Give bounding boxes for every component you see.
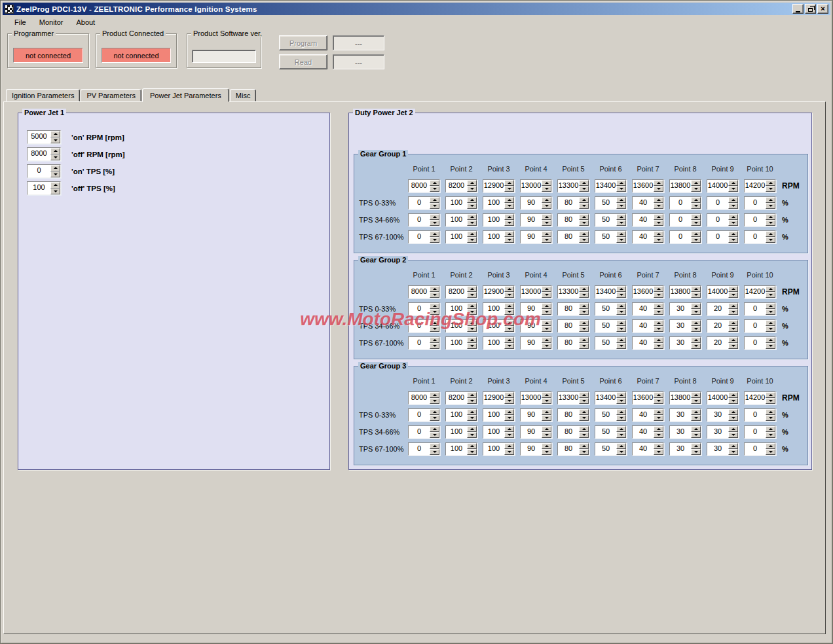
spin-up-button[interactable]: [504, 443, 514, 449]
spin-up-button[interactable]: [654, 443, 663, 449]
value-spinner[interactable]: 90: [520, 196, 552, 209]
spin-down-button[interactable]: [430, 432, 439, 438]
spin-up-button[interactable]: [766, 180, 775, 186]
spin-up-button[interactable]: [504, 303, 514, 309]
spin-up-button[interactable]: [579, 214, 589, 220]
value-spinner[interactable]: 50: [595, 319, 627, 332]
spin-up-button[interactable]: [430, 180, 439, 186]
spin-down-button[interactable]: [728, 432, 738, 438]
spin-down-button[interactable]: [50, 137, 60, 144]
spin-down-button[interactable]: [728, 326, 738, 332]
spin-up-button[interactable]: [430, 443, 439, 449]
spin-up-button[interactable]: [430, 337, 439, 343]
spin-up-button[interactable]: [504, 337, 514, 343]
spin-down-button[interactable]: [542, 237, 551, 243]
spin-down-button[interactable]: [654, 292, 663, 298]
spin-down-button[interactable]: [654, 326, 663, 332]
spin-up-button[interactable]: [430, 320, 439, 326]
spin-up-button[interactable]: [728, 337, 738, 343]
value-spinner[interactable]: 0: [744, 213, 776, 226]
spin-up-button[interactable]: [766, 231, 775, 237]
value-spinner[interactable]: 0: [408, 442, 440, 456]
spin-down-button[interactable]: [766, 203, 775, 209]
spin-up-button[interactable]: [691, 392, 701, 398]
spin-down-button[interactable]: [467, 398, 477, 404]
spin-up-button[interactable]: [504, 180, 514, 186]
value-spinner[interactable]: 5000: [27, 130, 61, 144]
spin-down-button[interactable]: [691, 309, 701, 315]
spin-down-button[interactable]: [504, 237, 514, 243]
spin-up-button[interactable]: [654, 231, 663, 237]
spin-up-button[interactable]: [579, 320, 589, 326]
tab-power-jet-parameters[interactable]: Power Jet Parameters: [142, 88, 229, 102]
spin-up-button[interactable]: [467, 231, 477, 237]
value-spinner[interactable]: 80: [557, 319, 589, 332]
value-spinner[interactable]: 0: [744, 319, 776, 332]
value-spinner[interactable]: 30: [707, 442, 739, 456]
spin-down-button[interactable]: [691, 203, 701, 209]
value-spinner[interactable]: 12900: [483, 391, 515, 404]
value-spinner[interactable]: 100: [445, 196, 477, 209]
value-spinner[interactable]: 80: [557, 196, 589, 209]
spin-down-button[interactable]: [691, 449, 701, 455]
value-spinner[interactable]: 8200: [445, 285, 477, 298]
value-spinner[interactable]: 40: [632, 230, 664, 243]
spin-up-button[interactable]: [654, 180, 663, 186]
value-spinner[interactable]: 100: [445, 302, 477, 315]
spin-down-button[interactable]: [504, 415, 514, 421]
spin-down-button[interactable]: [504, 398, 514, 404]
spin-down-button[interactable]: [467, 343, 477, 349]
value-spinner[interactable]: 8000: [408, 285, 440, 298]
spin-down-button[interactable]: [728, 449, 738, 455]
value-spinner[interactable]: 40: [632, 442, 664, 456]
value-spinner[interactable]: 30: [669, 302, 701, 315]
value-spinner[interactable]: 80: [557, 442, 589, 456]
spin-down-button[interactable]: [542, 432, 551, 438]
spin-up-button[interactable]: [616, 320, 626, 326]
spin-down-button[interactable]: [467, 203, 477, 209]
value-spinner[interactable]: 20: [707, 319, 739, 332]
value-spinner[interactable]: 100: [483, 442, 515, 456]
spin-down-button[interactable]: [430, 398, 439, 404]
value-spinner[interactable]: 90: [520, 336, 552, 349]
spin-up-button[interactable]: [579, 443, 589, 449]
value-spinner[interactable]: 40: [632, 213, 664, 226]
value-spinner[interactable]: 50: [595, 442, 627, 456]
spin-up-button[interactable]: [542, 303, 551, 309]
read-button[interactable]: Read: [279, 54, 327, 69]
spin-up-button[interactable]: [579, 303, 589, 309]
value-spinner[interactable]: 13000: [520, 179, 552, 192]
spin-up-button[interactable]: [654, 197, 663, 203]
spin-down-button[interactable]: [616, 237, 626, 243]
spin-down-button[interactable]: [542, 343, 551, 349]
spin-up-button[interactable]: [616, 409, 626, 415]
spin-up-button[interactable]: [691, 320, 701, 326]
spin-down-button[interactable]: [504, 449, 514, 455]
value-spinner[interactable]: 0: [408, 319, 440, 332]
spin-down-button[interactable]: [728, 186, 738, 192]
spin-up-button[interactable]: [579, 180, 589, 186]
value-spinner[interactable]: 13800: [669, 179, 701, 192]
spin-up-button[interactable]: [467, 426, 477, 432]
spin-up-button[interactable]: [467, 409, 477, 415]
spin-down-button[interactable]: [616, 186, 626, 192]
value-spinner[interactable]: 100: [445, 336, 477, 349]
spin-up-button[interactable]: [467, 214, 477, 220]
value-spinner[interactable]: 50: [595, 408, 627, 421]
spin-down-button[interactable]: [579, 237, 589, 243]
value-spinner[interactable]: 0: [707, 230, 739, 243]
spin-down-button[interactable]: [430, 415, 439, 421]
value-spinner[interactable]: 40: [632, 425, 664, 438]
value-spinner[interactable]: 80: [557, 230, 589, 243]
value-spinner[interactable]: 20: [707, 302, 739, 315]
value-spinner[interactable]: 40: [632, 302, 664, 315]
spin-up-button[interactable]: [691, 231, 701, 237]
spin-down-button[interactable]: [467, 326, 477, 332]
spin-up-button[interactable]: [504, 286, 514, 292]
value-spinner[interactable]: 30: [669, 408, 701, 421]
menu-file[interactable]: File: [8, 16, 33, 28]
spin-up-button[interactable]: [691, 337, 701, 343]
spin-up-button[interactable]: [542, 214, 551, 220]
value-spinner[interactable]: 0: [744, 196, 776, 209]
value-spinner[interactable]: 14200: [744, 391, 776, 404]
